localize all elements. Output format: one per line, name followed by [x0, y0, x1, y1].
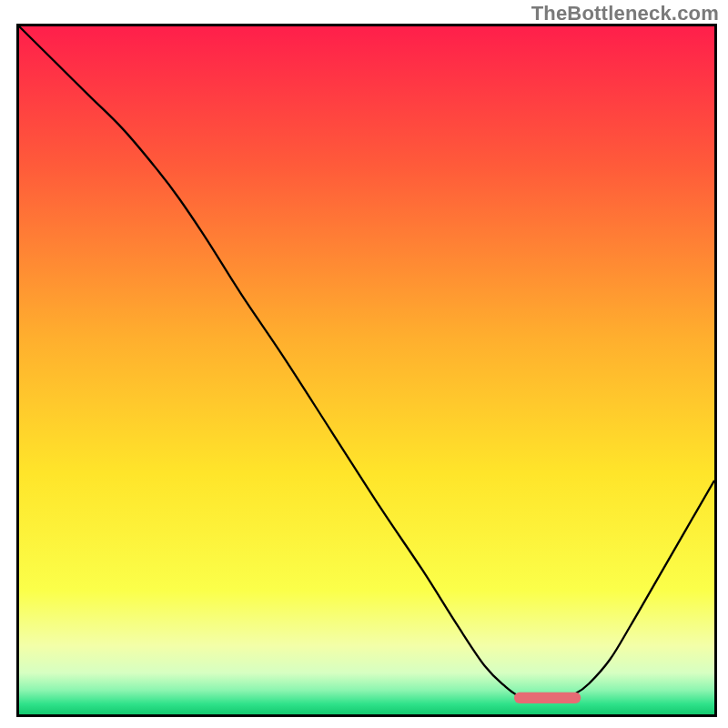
- watermark-text: TheBottleneck.com: [531, 2, 719, 25]
- curve-layer: [19, 26, 714, 714]
- plot-area: [16, 24, 717, 717]
- bottleneck-curve: [19, 26, 714, 700]
- chart-frame: TheBottleneck.com: [0, 0, 728, 728]
